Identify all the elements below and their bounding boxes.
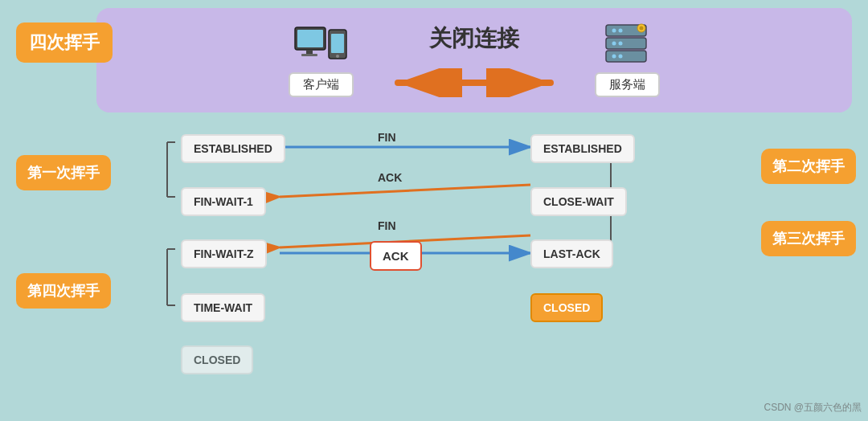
state-closed-right: CLOSED bbox=[530, 293, 603, 322]
arrow-fin-2: FIN bbox=[378, 219, 396, 232]
handshake-3-label: 第三次挥手 bbox=[761, 221, 856, 256]
connection-arrow bbox=[386, 68, 563, 97]
svg-point-6 bbox=[336, 55, 339, 58]
diagram-area: ESTABLISHED FIN-WAIT-1 FIN-WAIT-Z TIME-W… bbox=[0, 125, 868, 421]
server-box: 服务端 bbox=[595, 23, 660, 97]
client-icon bbox=[293, 23, 350, 67]
four-handshake-label: 四次挥手 bbox=[16, 22, 113, 63]
watermark: CSDN @五颜六色的黑 bbox=[764, 401, 862, 415]
state-established-right: ESTABLISHED bbox=[530, 134, 635, 163]
state-fin-wait-1: FIN-WAIT-1 bbox=[181, 187, 266, 216]
state-time-wait: TIME-WAIT bbox=[181, 293, 265, 322]
svg-rect-2 bbox=[306, 50, 313, 54]
svg-point-18 bbox=[618, 55, 622, 59]
server-icon bbox=[600, 23, 656, 67]
svg-point-16 bbox=[618, 42, 622, 46]
svg-point-17 bbox=[612, 55, 616, 59]
handshake-4-label: 第四次挥手 bbox=[16, 273, 111, 309]
client-label: 客户端 bbox=[289, 72, 354, 97]
top-connection-section: 客户端 关闭连接 bbox=[96, 8, 852, 112]
state-close-wait: CLOSE-WAIT bbox=[530, 187, 627, 216]
server-label: 服务端 bbox=[595, 72, 660, 97]
client-box: 客户端 bbox=[289, 23, 354, 97]
svg-rect-3 bbox=[301, 54, 317, 56]
diagram-arrows bbox=[0, 125, 868, 421]
svg-point-14 bbox=[618, 29, 622, 33]
svg-point-20 bbox=[639, 27, 643, 31]
handshake-2-label: 第二次挥手 bbox=[761, 149, 856, 184]
svg-point-15 bbox=[612, 42, 616, 46]
state-fin-wait-z: FIN-WAIT-Z bbox=[181, 239, 267, 268]
svg-rect-1 bbox=[297, 30, 323, 47]
state-closed-left: CLOSED bbox=[181, 345, 253, 374]
handshake-1-label: 第一次挥手 bbox=[16, 155, 111, 190]
svg-line-35 bbox=[280, 185, 530, 197]
connection-title: 关闭连接 bbox=[429, 23, 519, 54]
svg-rect-5 bbox=[331, 34, 344, 53]
arrow-ack-2-box: ACK bbox=[370, 241, 422, 271]
state-established-left: ESTABLISHED bbox=[181, 134, 285, 163]
arrow-fin-1: FIN bbox=[378, 131, 396, 144]
state-last-ack: LAST-ACK bbox=[530, 239, 613, 268]
svg-point-13 bbox=[612, 29, 616, 33]
arrow-ack-1: ACK bbox=[378, 171, 402, 184]
